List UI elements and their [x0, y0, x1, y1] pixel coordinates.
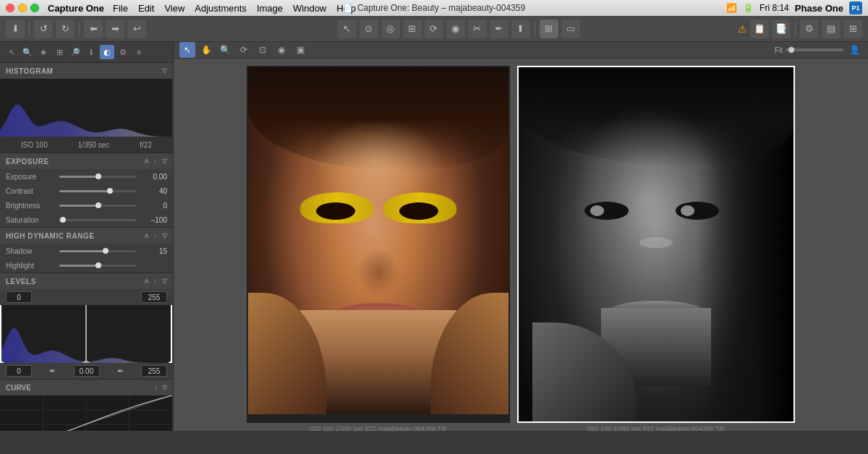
- undo-button[interactable]: ⬅: [84, 20, 103, 38]
- panel-tab-crop[interactable]: ⊞: [52, 45, 67, 59]
- levels-copy-icon[interactable]: ↕: [154, 278, 158, 285]
- hdr-header[interactable]: HIGH DYNAMIC RANGE A ↕ ▽: [0, 228, 173, 244]
- levels-bottom-row: ✒ ✒: [0, 363, 173, 379]
- curve-section: CURVE ↕ ▽: [0, 380, 173, 431]
- highlight-slider[interactable]: [59, 265, 137, 267]
- menu-edit[interactable]: Edit: [138, 3, 154, 14]
- levels-black-input[interactable]: 0: [6, 291, 32, 303]
- image-viewport: ISO 100 1/350 sec f/22 majabeauty-004359…: [174, 59, 868, 431]
- close-button[interactable]: [6, 4, 14, 12]
- mask-tool[interactable]: ▣: [292, 42, 308, 58]
- zoom-in-tool[interactable]: 🔍: [217, 42, 233, 58]
- metadata-button[interactable]: 📋: [750, 20, 769, 38]
- main-toolbar: ⬇ ↺ ↻ ⬅ ➡ ↩ ↖ ⊙ ◎ ⊞ ⟳ ◉ ✂ ✒ ⬆ ⊞ ▭ ⚠ 📋 📑 …: [0, 16, 868, 42]
- traffic-lights[interactable]: [6, 4, 39, 12]
- histogram-header[interactable]: HISTOGRAM ▽: [0, 63, 173, 79]
- rotate-left-button[interactable]: ↺: [34, 20, 53, 38]
- bw-photo: [519, 67, 793, 421]
- copy-button[interactable]: 📑: [772, 20, 791, 38]
- panel-tab-zoom[interactable]: 🔎: [68, 45, 82, 59]
- eyedropper-black[interactable]: ✒: [47, 365, 59, 377]
- person-icon[interactable]: 👤: [846, 42, 862, 58]
- bw-photo-container: ISO 100 1/350 sec f/22 majabeauty-004359…: [517, 66, 795, 431]
- histogram-expand-icon[interactable]: ▽: [162, 67, 168, 74]
- levels-white-input[interactable]: 255: [141, 291, 167, 303]
- panel-tab-info[interactable]: ℹ: [84, 45, 98, 59]
- levels-output-black[interactable]: [6, 365, 32, 377]
- menu-view[interactable]: View: [164, 3, 184, 14]
- saturation-value: –100: [141, 216, 167, 224]
- lasso-tool[interactable]: ⊙: [359, 20, 378, 38]
- menu-image[interactable]: Image: [257, 3, 283, 14]
- menu-adjustments[interactable]: Adjustments: [195, 3, 247, 14]
- pan-tool[interactable]: ✋: [198, 42, 214, 58]
- spot-tool[interactable]: ◉: [273, 42, 289, 58]
- levels-header[interactable]: LEVELS A ↕ ▽: [0, 273, 173, 289]
- panel-tab-search[interactable]: 🔍: [20, 45, 35, 59]
- menu-window[interactable]: Window: [293, 3, 326, 14]
- grid-view[interactable]: ⊞: [540, 20, 558, 38]
- saturation-slider[interactable]: [59, 219, 137, 221]
- export-tool[interactable]: ⬆: [511, 20, 530, 38]
- cursor-tool[interactable]: ↖: [338, 20, 357, 38]
- hdr-chevron[interactable]: ▽: [162, 232, 168, 239]
- curve-graph: [0, 395, 172, 431]
- eyedropper-tool[interactable]: ✒: [490, 20, 509, 38]
- exposure-header[interactable]: EXPOSURE A ↕ ▽: [0, 153, 173, 169]
- levels-chevron[interactable]: ▽: [162, 278, 168, 285]
- zoom-slider[interactable]: [786, 48, 843, 51]
- minimize-button[interactable]: [18, 4, 27, 12]
- exposure-slider[interactable]: [59, 176, 137, 178]
- hdr-copy-icon[interactable]: ↕: [154, 232, 158, 239]
- curve-copy-icon[interactable]: ↕: [155, 384, 158, 391]
- color-photo-container: ISO 100 1/350 sec f/22 majabeauty-004359…: [247, 66, 510, 431]
- levels-auto-icon[interactable]: A: [145, 278, 150, 285]
- settings-button[interactable]: ⚙: [800, 20, 819, 38]
- exposure-copy-icon[interactable]: ↕: [154, 158, 158, 165]
- contrast-slider[interactable]: [59, 190, 137, 192]
- crop-tool[interactable]: ⊞: [403, 20, 422, 38]
- redo-button[interactable]: ➡: [106, 20, 124, 38]
- panel-tab-menu[interactable]: ≡: [132, 45, 146, 59]
- brightness-label: Brightness: [6, 202, 55, 210]
- image-toolbar: ↖ ✋ 🔍 ⟳ ⊡ ◉ ▣ Fit 👤: [174, 42, 868, 59]
- menu-file[interactable]: File: [113, 3, 128, 14]
- brightness-slider[interactable]: [59, 205, 137, 207]
- keystone-tool[interactable]: ⊡: [255, 42, 271, 58]
- brush-tool[interactable]: ◎: [381, 20, 400, 38]
- color-photo-caption: ISO 100 1/350 sec f/22 majabeauty-004359…: [310, 425, 447, 431]
- select-tool[interactable]: ↖: [179, 42, 195, 58]
- levels-mid-value[interactable]: [74, 365, 100, 377]
- curve-chevron[interactable]: ▽: [162, 384, 167, 391]
- main-layout: ↖ 🔍 ★ ⊞ 🔎 ℹ ◐ ⚙ ≡ HISTOGRAM ▽ ISO 100: [0, 42, 868, 431]
- curve-header[interactable]: CURVE ↕ ▽: [0, 380, 173, 395]
- clone-tool[interactable]: ✂: [468, 20, 487, 38]
- spot-removal[interactable]: ◉: [446, 20, 465, 38]
- exposure-auto-icon[interactable]: A: [145, 158, 150, 165]
- layout-button[interactable]: ▤: [822, 20, 841, 38]
- rotate-tool[interactable]: ⟳: [236, 42, 252, 58]
- separator-2: [79, 22, 80, 36]
- rotate-right-button[interactable]: ↻: [56, 20, 75, 38]
- import-button[interactable]: ⬇: [6, 20, 25, 38]
- shadow-slider[interactable]: [59, 250, 137, 252]
- exposure-value: 0.00: [141, 173, 167, 181]
- app-name[interactable]: Capture One: [48, 3, 104, 14]
- straighten-tool[interactable]: ⟳: [425, 20, 443, 38]
- hdr-auto-icon[interactable]: A: [145, 232, 150, 239]
- reset-button[interactable]: ↩: [127, 20, 146, 38]
- bw-photo-frame[interactable]: [517, 66, 795, 423]
- maximize-button[interactable]: [30, 4, 39, 12]
- color-photo-frame[interactable]: [247, 66, 510, 423]
- panel-tab-star[interactable]: ★: [36, 45, 51, 59]
- panel-tab-cursor[interactable]: ↖: [4, 45, 19, 59]
- panel-toggle[interactable]: ⊞: [843, 20, 862, 38]
- exposure-chevron[interactable]: ▽: [162, 158, 168, 165]
- panel-tab-gear[interactable]: ⚙: [116, 45, 130, 59]
- levels-graph: [0, 305, 172, 363]
- levels-output-white[interactable]: [141, 365, 167, 377]
- panel-tab-adjust[interactable]: ◐: [100, 45, 114, 59]
- compare-view[interactable]: ▭: [561, 20, 580, 38]
- eyedropper-mid[interactable]: ✒: [114, 365, 126, 377]
- exif-aperture: f/22: [140, 141, 152, 149]
